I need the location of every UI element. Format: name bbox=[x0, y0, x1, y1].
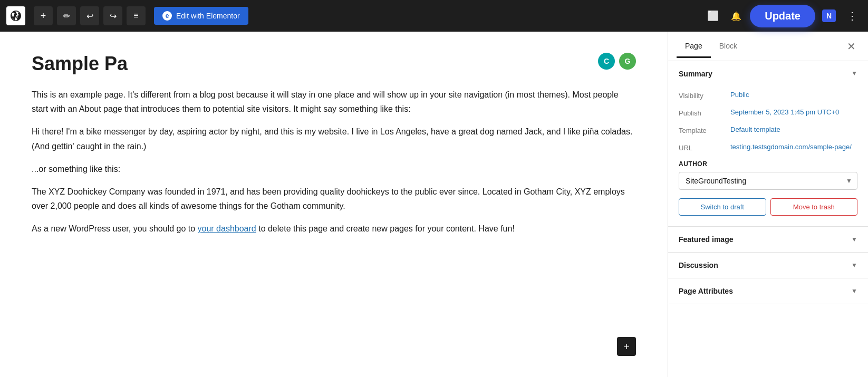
wp-icon-button[interactable]: N bbox=[819, 6, 838, 25]
elementor-icon: e bbox=[162, 11, 172, 21]
discussion-section: Discussion ▼ bbox=[668, 253, 868, 278]
list-icon: ≡ bbox=[133, 11, 138, 21]
paragraph-3: ...or something like this: bbox=[32, 162, 636, 176]
summary-label: Summary bbox=[679, 70, 712, 78]
editor-content: This is an example page. It's different … bbox=[32, 88, 636, 236]
tab-page[interactable]: Page bbox=[677, 35, 711, 58]
toolbar-right: ⬜ 🔔 Update N ⋮ bbox=[703, 5, 862, 27]
page-attributes-header[interactable]: Page Attributes ▼ bbox=[668, 278, 868, 304]
redo-button[interactable]: ↪ bbox=[103, 6, 122, 25]
paragraph-5-after: to delete this page and create new pages… bbox=[256, 224, 515, 233]
close-icon: ✕ bbox=[847, 40, 856, 53]
bell-icon: 🔔 bbox=[731, 11, 741, 21]
dashboard-link[interactable]: your dashboard bbox=[198, 224, 256, 233]
plus-block-icon: + bbox=[623, 341, 630, 353]
discussion-chevron-icon: ▼ bbox=[851, 262, 857, 269]
wp-logo[interactable] bbox=[6, 6, 25, 25]
update-button[interactable]: Update bbox=[750, 5, 815, 27]
sidebar-close-button[interactable]: ✕ bbox=[843, 38, 860, 55]
featured-image-section: Featured image ▼ bbox=[668, 227, 868, 253]
teal-circle-icon[interactable]: C bbox=[598, 53, 615, 70]
green-circle-icon[interactable]: G bbox=[619, 53, 636, 70]
plus-icon: + bbox=[41, 11, 46, 22]
author-select[interactable]: SiteGroundTesting bbox=[679, 172, 857, 190]
paragraph-5-before: As a new WordPress user, you should go t… bbox=[32, 224, 198, 233]
notifications-button[interactable]: 🔔 bbox=[727, 6, 746, 25]
editor-overlay-icons: C G bbox=[598, 53, 636, 70]
summary-section-header[interactable]: Summary ▲ bbox=[668, 61, 868, 86]
paragraph-2: Hi there! I'm a bike messenger by day, a… bbox=[32, 124, 636, 153]
add-block-button[interactable]: + bbox=[617, 337, 636, 356]
editor-area: C G This is an example page. It's differ… bbox=[0, 32, 668, 377]
author-section: AUTHOR SiteGroundTesting ▼ bbox=[679, 160, 857, 190]
undo-button[interactable]: ↩ bbox=[80, 6, 99, 25]
sidebar: Page Block ✕ Summary ▲ Visibility Public… bbox=[668, 32, 868, 377]
toolbar: + ✏ ↩ ↪ ≡ e Edit with Elementor ⬜ 🔔 Upda… bbox=[0, 0, 868, 32]
visibility-label: Visibility bbox=[679, 91, 726, 100]
url-label: URL bbox=[679, 143, 726, 152]
main-layout: C G This is an example page. It's differ… bbox=[0, 32, 868, 377]
paragraph-1: This is an example page. It's different … bbox=[32, 88, 636, 116]
page-attributes-chevron-icon: ▼ bbox=[851, 287, 857, 295]
edit-with-elementor-button[interactable]: e Edit with Elementor bbox=[154, 7, 248, 25]
redo-icon: ↪ bbox=[110, 11, 117, 21]
featured-image-header[interactable]: Featured image ▼ bbox=[668, 227, 868, 252]
visibility-row: Visibility Public bbox=[679, 91, 857, 100]
pencil-icon: ✏ bbox=[63, 11, 70, 21]
template-label: Template bbox=[679, 125, 726, 134]
view-button[interactable]: ⬜ bbox=[703, 6, 722, 25]
move-to-trash-button[interactable]: Move to trash bbox=[770, 198, 858, 216]
add-block-toolbar-button[interactable]: + bbox=[34, 6, 53, 25]
more-options-button[interactable]: ⋮ bbox=[843, 6, 862, 25]
featured-image-chevron-icon: ▼ bbox=[851, 236, 857, 243]
summary-chevron-icon: ▲ bbox=[851, 70, 857, 78]
author-label: AUTHOR bbox=[679, 160, 857, 168]
author-select-wrap: SiteGroundTesting ▼ bbox=[679, 172, 857, 190]
featured-image-label: Featured image bbox=[679, 235, 733, 244]
publish-label: Publish bbox=[679, 108, 726, 117]
edit-elementor-label: Edit with Elementor bbox=[176, 12, 240, 20]
discussion-label: Discussion bbox=[679, 261, 718, 269]
page-attributes-section: Page Attributes ▼ bbox=[668, 278, 868, 304]
summary-section: Summary ▲ Visibility Public Publish Sept… bbox=[668, 61, 868, 227]
template-row: Template Default template bbox=[679, 125, 857, 134]
list-view-button[interactable]: ≡ bbox=[127, 6, 146, 25]
tab-block[interactable]: Block bbox=[711, 35, 746, 58]
edit-mode-button[interactable]: ✏ bbox=[57, 6, 76, 25]
url-value[interactable]: testing.testsgdomain.com/sample-page/ bbox=[730, 143, 857, 151]
publish-row: Publish September 5, 2023 1:45 pm UTC+0 bbox=[679, 108, 857, 117]
discussion-header[interactable]: Discussion ▼ bbox=[668, 253, 868, 278]
template-value[interactable]: Default template bbox=[730, 125, 857, 133]
monitor-icon: ⬜ bbox=[707, 10, 719, 22]
url-row: URL testing.testsgdomain.com/sample-page… bbox=[679, 143, 857, 152]
visibility-value[interactable]: Public bbox=[730, 91, 857, 99]
undo-icon: ↩ bbox=[86, 11, 93, 21]
n-badge: N bbox=[822, 9, 836, 22]
paragraph-5: As a new WordPress user, you should go t… bbox=[32, 221, 636, 236]
page-attributes-label: Page Attributes bbox=[679, 287, 733, 295]
page-title-input[interactable] bbox=[32, 53, 636, 75]
more-icon: ⋮ bbox=[847, 9, 857, 22]
publish-value[interactable]: September 5, 2023 1:45 pm UTC+0 bbox=[730, 108, 857, 116]
summary-section-body: Visibility Public Publish September 5, 2… bbox=[668, 86, 868, 226]
switch-to-draft-button[interactable]: Switch to draft bbox=[679, 198, 766, 216]
action-buttons: Switch to draft Move to trash bbox=[679, 198, 857, 216]
paragraph-4: The XYZ Doohickey Company was founded in… bbox=[32, 185, 636, 213]
sidebar-tabs: Page Block ✕ bbox=[668, 32, 868, 61]
